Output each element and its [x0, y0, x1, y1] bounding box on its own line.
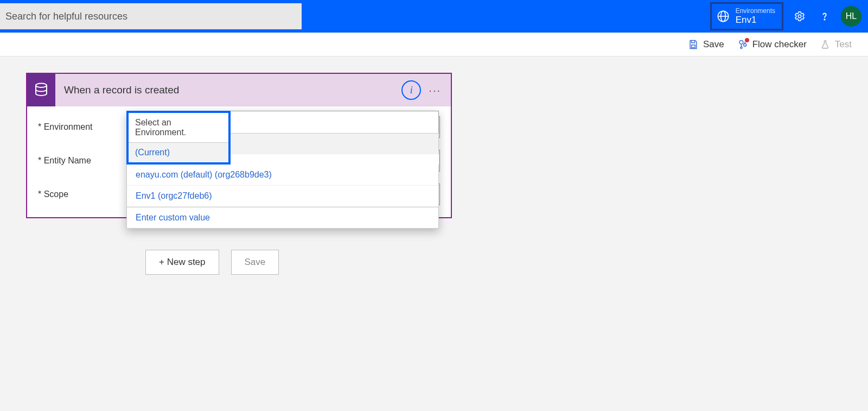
save-button[interactable]: Save: [688, 39, 724, 50]
dropdown-list: enayu.com (default) (org268b9de3) Env1 (…: [126, 165, 439, 229]
canvas-actions: + New step Save: [145, 250, 868, 275]
environment-label: Environment: [38, 122, 119, 132]
help-icon[interactable]: [816, 8, 833, 25]
scope-label: Scope: [38, 189, 119, 199]
command-bar: Save Flow checker Test: [0, 33, 868, 56]
environment-selector[interactable]: Environments Env1: [710, 2, 783, 30]
svg-point-7: [743, 43, 746, 46]
save-flow-button[interactable]: Save: [231, 250, 279, 275]
svg-rect-4: [692, 45, 695, 47]
dropdown-selected-value[interactable]: Select an Environment.: [129, 113, 228, 142]
top-header: Environments Env1 HL: [0, 0, 868, 33]
search-input[interactable]: [0, 3, 302, 29]
save-icon: [688, 39, 699, 50]
flow-canvas: When a record is created i ··· Environme…: [0, 56, 868, 275]
flow-checker-label: Flow checker: [752, 39, 807, 50]
test-label: Test: [835, 39, 852, 50]
environment-icon: [716, 9, 730, 23]
entity-name-label: Entity Name: [38, 156, 119, 166]
svg-point-2: [798, 15, 801, 18]
dropdown-option-env1[interactable]: Env1 (orgc27fdeb6): [127, 186, 438, 207]
flow-checker-button[interactable]: Flow checker: [737, 39, 807, 50]
settings-icon[interactable]: [791, 8, 808, 25]
info-icon[interactable]: i: [401, 80, 421, 100]
trigger-title: When a record is created: [55, 84, 401, 96]
trigger-header[interactable]: When a record is created i ···: [27, 74, 451, 106]
dropdown-option-default[interactable]: enayu.com (default) (org268b9de3): [127, 165, 438, 186]
environment-name: Env1: [736, 15, 775, 26]
svg-point-5: [739, 40, 743, 44]
environment-text: Environments Env1: [736, 7, 775, 26]
dropdown-custom-value[interactable]: Enter custom value: [127, 207, 438, 228]
environment-dropdown: Select an Environment. (Current) enayu.c…: [126, 111, 439, 229]
test-button[interactable]: Test: [820, 39, 852, 50]
flow-checker-icon: [737, 39, 748, 50]
more-icon[interactable]: ···: [429, 84, 441, 97]
environment-label: Environments: [736, 7, 775, 15]
user-avatar[interactable]: HL: [841, 6, 861, 27]
svg-point-3: [824, 19, 825, 20]
test-icon: [820, 39, 831, 50]
header-right: Environments Env1 HL: [710, 2, 861, 30]
save-label: Save: [703, 39, 724, 50]
svg-point-6: [741, 47, 742, 48]
dropdown-highlight: Select an Environment. (Current): [126, 111, 231, 165]
svg-point-8: [36, 84, 47, 88]
dropdown-option-current[interactable]: (Current): [129, 142, 228, 162]
new-step-button[interactable]: + New step: [145, 250, 219, 275]
database-icon: [27, 74, 55, 106]
